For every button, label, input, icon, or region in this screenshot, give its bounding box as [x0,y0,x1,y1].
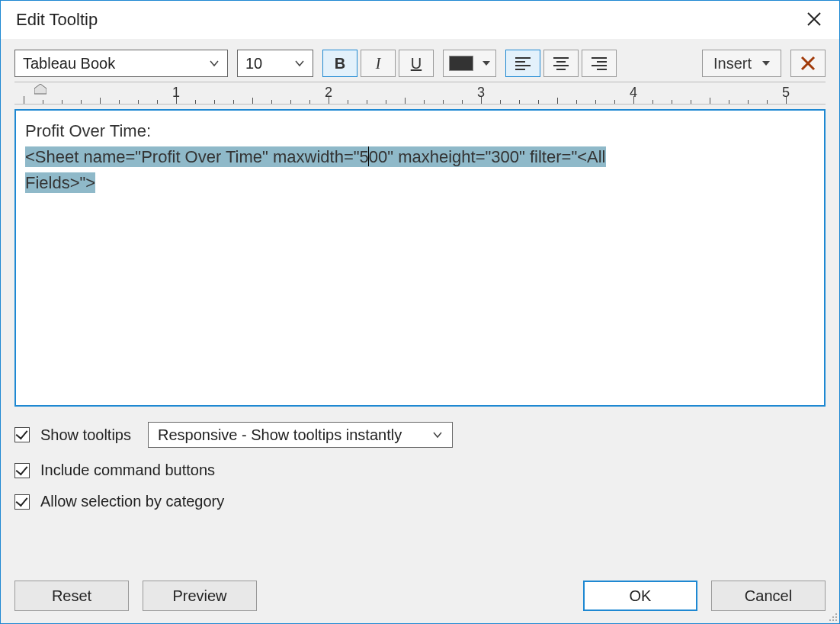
ruler-label: 3 [477,85,485,101]
titlebar: Edit Tooltip [1,1,839,39]
chevron-down-icon [294,58,305,69]
indent-marker-icon[interactable] [34,84,46,98]
allow-selection-row: Allow selection by category [14,493,826,510]
tooltip-editor[interactable]: Profit Over Time: <Sheet name="Profit Ov… [14,109,826,407]
dialog-footer: Reset Preview OK Cancel [14,581,826,611]
close-icon [806,11,822,27]
font-family-select[interactable]: Tableau Book [14,50,228,77]
show-tooltips-checkbox[interactable] [14,427,30,442]
dialog-title: Edit Tooltip [16,10,98,30]
underline-label: U [411,55,422,72]
chevron-down-icon [432,429,443,440]
align-left-icon [515,56,531,70]
tooltip-behavior-value: Responsive - Show tooltips instantly [158,426,402,444]
editor-line: <Sheet name="Profit Over Time" maxwidth=… [25,144,815,170]
allow-selection-checkbox[interactable] [14,494,30,510]
ruler-label: 2 [325,85,332,101]
allow-selection-label: Allow selection by category [40,493,224,510]
dialog-content: Tableau Book 10 B I U [1,39,839,623]
align-right-button[interactable] [582,50,617,77]
preview-button[interactable]: Preview [143,581,257,611]
alignment-group [505,50,617,77]
font-family-value: Tableau Book [23,55,115,72]
italic-label: I [376,55,381,72]
editor-line: Fields>"> [25,170,815,196]
include-command-buttons-label: Include command buttons [40,462,215,479]
caret-down-icon [762,61,770,66]
svg-marker-16 [34,84,46,94]
ruler-ticks: 12345 [14,82,826,104]
insert-button[interactable]: Insert [702,50,781,77]
chevron-down-icon [209,58,220,69]
include-command-buttons-row: Include command buttons [14,462,826,479]
underline-button[interactable]: U [399,50,434,77]
tooltip-behavior-select[interactable]: Responsive - Show tooltips instantly [148,422,453,448]
align-left-button[interactable] [505,50,540,77]
ruler-label: 5 [782,85,790,101]
bold-label: B [335,55,345,72]
align-right-icon [591,56,608,70]
align-center-icon [553,56,569,70]
delete-x-icon [800,56,816,71]
ruler[interactable]: 12345 [14,82,826,105]
color-swatch-icon [449,56,473,71]
ok-button[interactable]: OK [583,581,697,611]
font-size-select[interactable]: 10 [237,50,313,77]
align-center-button[interactable] [543,50,579,77]
include-command-buttons-checkbox[interactable] [14,463,30,478]
clear-button[interactable] [790,50,826,77]
ruler-label: 1 [172,85,180,101]
close-button[interactable] [801,8,827,31]
insert-label: Insert [713,55,752,72]
italic-button[interactable]: I [361,50,396,77]
resize-grip-icon[interactable] [826,610,838,622]
edit-tooltip-dialog: Edit Tooltip Tableau Book 10 B [0,0,840,624]
ruler-label: 4 [630,85,637,101]
editor-line: Profit Over Time: [25,118,815,144]
font-size-value: 10 [245,55,262,72]
tooltip-options: Show tooltips Responsive - Show tooltips… [14,422,826,510]
bold-button[interactable]: B [322,50,357,77]
cancel-button[interactable]: Cancel [711,581,826,611]
show-tooltips-label: Show tooltips [40,426,131,444]
font-color-button[interactable] [443,50,496,77]
style-group: B I U [322,50,434,77]
reset-button[interactable]: Reset [14,581,129,611]
show-tooltips-row: Show tooltips Responsive - Show tooltips… [14,422,826,448]
formatting-toolbar: Tableau Book 10 B I U [14,50,826,77]
text-caret [368,146,369,166]
caret-down-icon [483,61,490,66]
